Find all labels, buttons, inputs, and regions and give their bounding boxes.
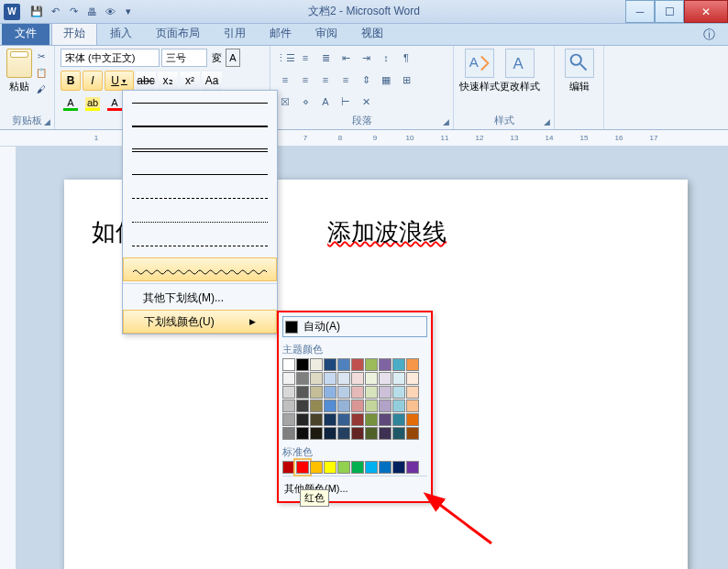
color-swatch[interactable] — [296, 372, 309, 385]
color-swatch[interactable] — [351, 461, 364, 474]
file-tab[interactable]: 文件 — [2, 22, 50, 45]
color-swatch[interactable] — [282, 427, 295, 440]
color-swatch[interactable] — [379, 386, 392, 399]
quick-styles-button[interactable]: A 快速样式 — [459, 49, 500, 93]
color-swatch[interactable] — [296, 413, 309, 426]
format-painter-icon[interactable]: 🖌 — [34, 82, 49, 96]
color-swatch[interactable] — [296, 461, 309, 474]
color-swatch[interactable] — [392, 427, 405, 440]
font-size-combo[interactable]: 三号 — [161, 49, 207, 67]
undo-icon[interactable]: ↶ — [48, 5, 62, 19]
tab-review[interactable]: 审阅 — [304, 22, 348, 45]
color-swatch[interactable] — [392, 358, 405, 371]
phonetic-guide-icon[interactable]: 変 — [209, 49, 224, 67]
color-swatch[interactable] — [296, 427, 309, 440]
color-swatch[interactable] — [392, 461, 405, 474]
color-swatch[interactable] — [351, 386, 364, 399]
tab-pagelayout[interactable]: 页面布局 — [145, 22, 211, 45]
color-swatch[interactable] — [379, 461, 392, 474]
color-swatch[interactable] — [351, 358, 364, 371]
superscript-button[interactable]: x² — [180, 71, 200, 91]
color-swatch[interactable] — [379, 427, 392, 440]
color-swatch[interactable] — [406, 372, 419, 385]
color-swatch[interactable] — [392, 372, 405, 385]
color-swatch[interactable] — [337, 461, 350, 474]
color-swatch[interactable] — [337, 372, 350, 385]
underline-button[interactable]: U▼ — [105, 71, 134, 91]
sort-icon[interactable]: ↕ — [377, 49, 395, 67]
highlight-button[interactable]: ab — [83, 94, 103, 111]
show-formatting-icon[interactable]: ¶ — [397, 49, 415, 67]
color-swatch[interactable] — [351, 399, 364, 412]
color-swatch[interactable] — [337, 413, 350, 426]
color-swatch[interactable] — [406, 386, 419, 399]
color-swatch[interactable] — [337, 399, 350, 412]
underline-style-dash-dot[interactable] — [123, 210, 277, 234]
minimize-button[interactable]: ─ — [625, 0, 655, 23]
justify-icon[interactable]: ≡ — [336, 71, 355, 89]
cut-icon[interactable]: ✂ — [34, 49, 49, 63]
redo-icon[interactable]: ↷ — [66, 5, 81, 19]
color-swatch[interactable] — [310, 399, 323, 412]
color-swatch[interactable] — [324, 399, 336, 412]
auto-color-item[interactable]: 自动(A) — [282, 316, 427, 337]
underline-style-single[interactable] — [123, 91, 277, 115]
help-icon[interactable]: ⓘ — [698, 25, 721, 45]
underline-style-thick[interactable] — [123, 115, 277, 138]
print-preview-icon[interactable]: 👁 — [103, 5, 117, 19]
color-swatch[interactable] — [296, 358, 309, 371]
print-icon[interactable]: 🖶 — [84, 5, 99, 19]
color-swatch[interactable] — [379, 399, 392, 412]
color-swatch[interactable] — [296, 386, 309, 399]
char-border-icon[interactable]: A — [226, 49, 240, 67]
styles-expand-icon[interactable]: ◢ — [541, 116, 552, 127]
increase-indent-icon[interactable]: ⇥ — [357, 49, 375, 67]
snap-grid-icon[interactable]: ⋄ — [296, 93, 314, 111]
color-swatch[interactable] — [282, 399, 295, 412]
color-swatch[interactable] — [351, 413, 364, 426]
tab-settings-icon[interactable]: ⊢ — [336, 93, 355, 111]
color-swatch[interactable] — [392, 386, 405, 399]
underline-style-wavy[interactable] — [123, 257, 277, 281]
font-name-combo[interactable]: 宋体 (中文正文) — [61, 49, 160, 67]
scale-char-icon[interactable]: ☒ — [276, 93, 294, 111]
subscript-button[interactable]: x₂ — [158, 71, 178, 91]
multilevel-icon[interactable]: ≣ — [316, 49, 335, 67]
close-button[interactable]: ✕ — [684, 0, 728, 23]
color-swatch[interactable] — [392, 399, 405, 412]
horizontal-ruler[interactable]: 1234567891011121314151617 — [0, 130, 728, 147]
color-swatch[interactable] — [282, 413, 295, 426]
color-swatch[interactable] — [310, 461, 323, 474]
tab-references[interactable]: 引用 — [213, 22, 257, 45]
tab-insert[interactable]: 插入 — [99, 22, 143, 45]
tab-mailings[interactable]: 邮件 — [259, 22, 303, 45]
decrease-indent-icon[interactable]: ⇤ — [336, 49, 355, 67]
underline-style-dashed[interactable] — [123, 186, 277, 210]
vertical-ruler[interactable] — [0, 147, 17, 569]
paragraph-expand-icon[interactable]: ◢ — [440, 116, 451, 127]
color-swatch[interactable] — [324, 386, 336, 399]
color-swatch[interactable] — [365, 427, 378, 440]
align-center-icon[interactable]: ≡ — [296, 71, 314, 89]
color-swatch[interactable] — [324, 372, 336, 385]
tab-view[interactable]: 视图 — [350, 22, 394, 45]
underline-style-double[interactable] — [123, 138, 277, 162]
color-swatch[interactable] — [365, 413, 378, 426]
color-swatch[interactable] — [379, 372, 392, 385]
color-swatch[interactable] — [406, 427, 419, 440]
color-swatch[interactable] — [392, 413, 405, 426]
underline-style-dash-dot-dot[interactable] — [123, 234, 277, 257]
color-swatch[interactable] — [310, 372, 323, 385]
clipboard-expand-icon[interactable]: ◢ — [41, 116, 52, 127]
underline-color-item[interactable]: 下划线颜色(U)▶ — [123, 310, 277, 334]
borders-icon[interactable]: ⊞ — [397, 71, 415, 89]
color-swatch[interactable] — [351, 372, 364, 385]
color-swatch[interactable] — [282, 461, 295, 474]
color-swatch[interactable] — [365, 399, 378, 412]
bold-button[interactable]: B — [61, 71, 81, 91]
char-border-icon[interactable]: A — [316, 93, 335, 111]
color-swatch[interactable] — [282, 358, 295, 371]
color-swatch[interactable] — [324, 413, 336, 426]
numbering-icon[interactable]: ≡ — [296, 49, 314, 67]
color-swatch[interactable] — [310, 358, 323, 371]
